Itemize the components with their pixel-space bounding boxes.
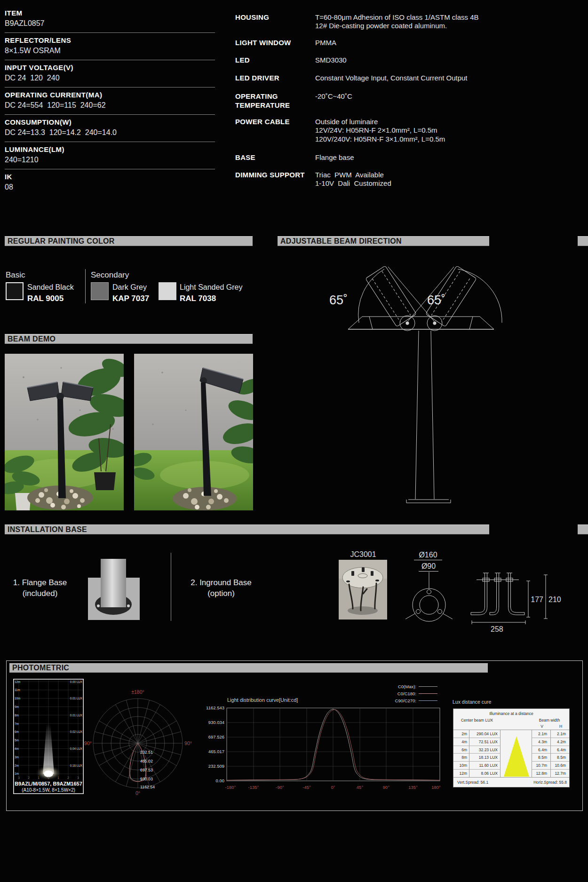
spec-label: LED: [235, 56, 315, 65]
spec-label: OPERATING CURRENT(MA): [5, 91, 215, 99]
lux-cell-h: 6.4m: [550, 746, 569, 754]
spec-label: INPUT VOLTAGE(V): [5, 64, 215, 72]
svg-text:465.02: 465.02: [140, 759, 153, 763]
cone-caption-config: (A10-8×1.5W, 8×1.5W×2): [22, 787, 75, 793]
dim-177-label: 177: [531, 596, 543, 604]
svg-text:135°: 135°: [408, 785, 418, 790]
spec-label: BASE: [235, 153, 315, 162]
polar-distribution-chart: ±180° 90° 90° 0° 232.51 465.02 697.53 93…: [81, 688, 194, 796]
curve-title: Light distribution curve[Unit:cd]: [227, 697, 298, 703]
swatch-code: KAP 7037: [112, 294, 149, 302]
svg-text:C90/C270:: C90/C270:: [395, 698, 416, 703]
inground-base-top-view: [400, 572, 459, 625]
svg-text:7m: 7m: [15, 722, 19, 725]
svg-text:232.509: 232.509: [208, 763, 224, 769]
vert-spread: Vert.Spread: 56.1: [457, 780, 488, 785]
svg-text:0°: 0°: [331, 785, 335, 790]
lux-distance-table: Illuminance at a distance Center beam LU…: [453, 708, 570, 787]
svg-text:180°: 180°: [431, 785, 441, 790]
svg-text:3: 3: [18, 776, 20, 779]
color-swatch-dark-grey: [91, 282, 109, 300]
spec-value: Outside of luminaire12V/24V: H05RN-F 2×1…: [315, 118, 492, 143]
spec-value: B9AZL0857: [5, 19, 215, 28]
spec-label: OPERATING TEMPERATURE: [235, 92, 315, 110]
spec-value: PMMA: [315, 39, 492, 48]
spec-row: LED DRIVERConstant Voltage Input, Consta…: [235, 74, 492, 83]
spec-row: CONSUMPTION(W)DC 24=13.3 120=14.2 240=14…: [5, 115, 215, 142]
inground-base-title: 2. Inground Base: [188, 578, 254, 588]
installation-divider: [171, 553, 171, 621]
curve-c0: [227, 709, 440, 780]
bar-fragment: [578, 236, 588, 246]
spec-value: 08: [5, 183, 215, 191]
spec-value: T=60-80μm Adhesion of ISO class 1/ASTM c…: [315, 13, 492, 31]
spec-row: DIMMING SUPPORTTriac PWM Available1-10V …: [235, 171, 492, 188]
lux-table-header: Illuminance at a distance: [453, 711, 569, 716]
lux-cell-d: 6m: [453, 746, 469, 754]
flange-base-illustration: [88, 556, 140, 620]
svg-text:-90°: -90°: [276, 785, 284, 790]
bar-fragment: [578, 524, 588, 534]
lux-cell-lux: 11.60 LUX: [469, 762, 501, 770]
right-arc: [458, 269, 502, 323]
spec-value: -20˚C~40˚C: [315, 92, 492, 110]
lux-cell-h: 10.6m: [550, 762, 569, 770]
spec-value: Flange base: [315, 153, 492, 162]
spec-label: ITEM: [5, 9, 215, 17]
svg-text:2: 2: [28, 776, 30, 779]
svg-text:5m: 5m: [15, 739, 19, 742]
svg-text:1: 1: [38, 776, 40, 779]
lux-table-footer: Vert.Spread: 56.1 Horiz.Spread: 55.8: [453, 777, 569, 787]
inground-base-caption: 2. Inground Base (option): [188, 578, 254, 599]
svg-text:-45°: -45°: [302, 785, 311, 790]
svg-text:12m: 12m: [15, 680, 20, 683]
inground-bolts-drawing: 177 210 258: [468, 567, 586, 637]
svg-text:C0(Max):: C0(Max):: [398, 684, 416, 689]
painting-secondary-label: Secondary: [91, 270, 129, 280]
svg-text:3m: 3m: [15, 755, 19, 759]
lux-cell-d: 8m: [453, 754, 469, 762]
svg-text:8m: 8m: [15, 714, 19, 717]
painting-basic-label: Basic: [6, 270, 25, 280]
svg-text:697.53: 697.53: [140, 768, 153, 772]
horiz-spread: Horiz.Spread: 55.8: [533, 780, 567, 785]
svg-text:-180°: -180°: [225, 785, 236, 790]
svg-text:0.00: 0.00: [216, 778, 225, 783]
lux-cell-v: 4.3m: [532, 738, 550, 746]
spec-row: HOUSINGT=60-80μm Adhesion of ISO class 1…: [235, 13, 492, 31]
dim-258-label: 258: [491, 625, 503, 633]
flange-base-caption: 1. Flange Base (included): [9, 578, 71, 599]
accessory-model-label: JC3001: [340, 550, 387, 559]
spec-row: BASEFlange base: [235, 153, 492, 162]
dim-d160-label: Ø160: [414, 551, 442, 560]
light-distribution-chart: Light distribution curve[Unit:cd] 1162.5…: [187, 679, 446, 797]
svg-text:0.00 LUX: 0.00 LUX: [70, 680, 83, 683]
inground-accessory-photo: [339, 560, 387, 620]
svg-text:45°: 45°: [357, 785, 364, 790]
svg-text:0: 0: [48, 776, 49, 779]
spec-value: DC 24 120 240: [5, 74, 215, 82]
svg-text:0°: 0°: [135, 790, 140, 796]
painting-divider: [85, 269, 86, 303]
lux-cell-v: 10.7m: [532, 762, 550, 770]
lux-cell-h: 12.7m: [550, 770, 569, 778]
flange-base-sub: (included): [9, 588, 71, 599]
svg-text:0.02 LUX: 0.02 LUX: [70, 730, 83, 733]
lux-cell-d: 4m: [453, 738, 469, 746]
spec-label: DIMMING SUPPORT: [235, 171, 315, 188]
section-bar-photometric: PHOTOMETRIC: [9, 663, 488, 673]
svg-text:90°: 90°: [84, 740, 92, 746]
svg-text:232.51: 232.51: [140, 750, 153, 755]
spec-value: 8×1.5W OSRAM: [5, 47, 215, 55]
spec-value: DC 24=554 120=115 240=62: [5, 101, 215, 110]
svg-text:±180°: ±180°: [131, 689, 144, 695]
lux-cell-v: 6.4m: [532, 746, 550, 754]
dim-d90-label: Ø90: [419, 562, 438, 572]
lux-table-title: Lux distance cure: [453, 699, 491, 705]
svg-text:1: 1: [57, 776, 59, 779]
spec-label: IK: [5, 173, 215, 181]
spec-row: LIGHT WINDOWPMMA: [235, 39, 492, 48]
svg-text:10m: 10m: [15, 697, 20, 700]
swatch-code: RAL 7038: [180, 294, 216, 302]
spec-row: INPUT VOLTAGE(V)DC 24 120 240: [5, 60, 215, 87]
